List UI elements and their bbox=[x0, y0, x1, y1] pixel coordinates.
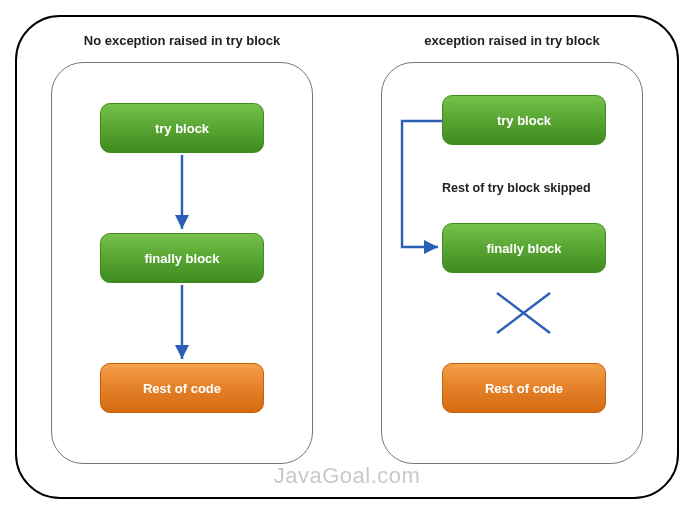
left-inner-panel: try block finally block Rest of code bbox=[51, 62, 313, 464]
rest-block-left: Rest of code bbox=[100, 363, 264, 413]
svg-line-3 bbox=[497, 293, 550, 333]
svg-line-2 bbox=[497, 293, 550, 333]
try-block-left: try block bbox=[100, 103, 264, 153]
right-inner-panel: try block Rest of try block skipped fina… bbox=[381, 62, 643, 464]
diagram-frame: No exception raised in try block try blo… bbox=[15, 15, 679, 499]
rest-block-right: Rest of code bbox=[442, 363, 606, 413]
finally-block-right: finally block bbox=[442, 223, 606, 273]
try-block-right: try block bbox=[442, 95, 606, 145]
left-column: No exception raised in try block try blo… bbox=[17, 17, 347, 497]
right-title: exception raised in try block bbox=[424, 33, 600, 48]
skip-label: Rest of try block skipped bbox=[442, 181, 591, 195]
right-column: exception raised in try block try block … bbox=[347, 17, 677, 497]
left-title: No exception raised in try block bbox=[84, 33, 281, 48]
finally-block-left: finally block bbox=[100, 233, 264, 283]
